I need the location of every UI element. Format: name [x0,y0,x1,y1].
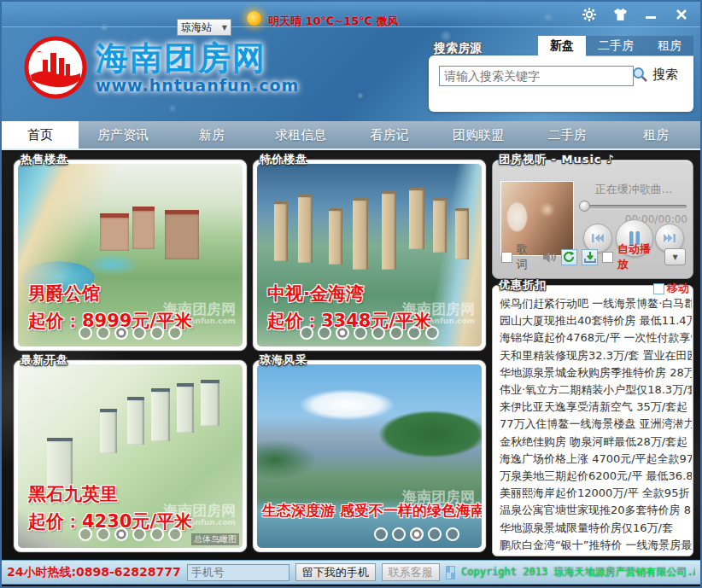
nav-item-secondhand[interactable]: 二手房 [523,121,611,148]
building-shape [127,397,144,445]
nav-item-group-alliance[interactable]: 团购联盟 [434,121,523,148]
deal-item[interactable]: 温泉公寓官塘世家现推20多套特价房 8700元 [500,502,692,519]
deals-scroll-toggle: 移动 [653,281,689,296]
close-icon[interactable] [673,7,690,22]
messenger-icon[interactable] [446,566,455,579]
contact-service-button[interactable]: 联系客服 [382,563,440,581]
carousel-dot[interactable] [389,326,403,340]
volume-icon[interactable] [542,251,557,264]
tab-rent[interactable]: 租房 [646,36,693,56]
carousel-dot[interactable] [79,527,92,541]
carousel-dot[interactable] [407,326,421,340]
site-logo[interactable]: 海南团房网 www.hntuanfun.com [24,36,299,99]
deal-item[interactable]: 华地源泉景城金秋购房季推特价房 28万/套 [500,364,692,381]
search-icon [631,66,648,83]
carousel-dot[interactable] [354,326,367,340]
nav-item-newhouse[interactable]: 新房 [167,121,256,148]
lyrics-label: 歌词 [517,242,538,272]
deal-item[interactable]: 海锦华庭起价4768元/平 一次性付款享96折 [500,329,692,346]
property-image-special[interactable]: 中视·金海湾 起价：3348元/平米 海南团房网 www.hntuanfun.c… [257,164,482,346]
deal-item[interactable]: 万泉美地三期起价6200元/平 最低36.8万/套 [500,468,692,485]
nav-item-news[interactable]: 房产资讯 [79,121,167,148]
carousel-dot[interactable] [168,527,182,541]
chevron-down-icon: ▼ [222,24,227,32]
tab-secondhand[interactable]: 二手房 [586,36,646,56]
carousel-dot[interactable] [97,527,110,541]
tab-new-listings[interactable]: 新盘 [538,36,586,56]
search-input[interactable] [439,66,634,86]
card-special-price[interactable]: 特价楼盘 中视·金海湾 起价：3348元/平米 海南团房网 www.hntuan… [253,160,486,351]
leave-phone-button[interactable]: 留下我的手机 [295,563,376,581]
carousel-dot[interactable] [79,326,92,340]
nav-item-viewing-log[interactable]: 看房记 [345,121,434,148]
deal-item[interactable]: 美丽熙海岸起价12000万/平 全款95折 [500,485,692,502]
carousel-dots [257,326,482,340]
minimize-icon[interactable] [642,7,659,22]
building-shape [274,201,288,261]
search-panel: 搜索 [429,55,693,112]
seek-slider-thumb[interactable] [579,201,590,212]
window-bottom-edge [2,585,700,588]
carousel-dot[interactable] [150,326,164,340]
deal-item[interactable]: 伟业·氧立方二期精装小户型仅18.3万/套 [500,381,692,399]
nav-item-home[interactable]: 首页 [2,121,79,148]
scenery-image[interactable]: 生态深度游 感受不一样的绿色海南 海南团房网 www.hntuanfun.com [257,364,482,548]
building-shape [100,213,129,251]
scenery-caption: 生态深度游 感受不一样的绿色海南 [262,501,480,521]
deal-item[interactable]: 海逸广场价格上涨 4700元/平起全款97折 [500,451,692,468]
deal-item[interactable]: 77万入住博鳌一线海景楼盘 亚洲湾潜力无限 [500,416,692,433]
building-shape [298,195,313,263]
carousel-dot[interactable] [374,527,388,541]
nav-item-rent-info[interactable]: 求租信息 [256,121,345,148]
carousel-dot-active[interactable] [114,326,128,340]
deal-item[interactable]: 来伊比亚天逸享受清新空气 35万/套起 [500,399,692,416]
refresh-icon[interactable] [561,249,577,265]
card-scenery[interactable]: 琼海风采 生态深度游 感受不一样的绿色海南 海南团房网 www.hntuanfu… [253,360,486,552]
download-icon[interactable] [582,249,598,265]
property-image-hot[interactable]: 男爵公馆 起价：8999元/平米 海南团房网 www.hntuanfun.com [18,164,243,346]
deal-item[interactable]: 园山大厦现推出40套特价房 最低11.4万/套 [500,312,692,329]
building-shape [329,208,342,265]
logo-text: 海南团房网 www.hntuanfun.com [96,40,299,95]
carousel-dot[interactable] [150,527,164,541]
carousel-dot[interactable] [318,326,331,340]
carousel-dot-active[interactable] [114,527,128,541]
sun-icon [247,11,261,26]
search-button[interactable]: 搜索 [631,66,678,83]
nav-item-rent[interactable]: 租房 [611,121,700,148]
building-shape [409,188,424,249]
deal-item[interactable]: 候鸟们赶紧行动吧 一线海景博鳌·白马郡 [500,295,692,312]
station-dropdown[interactable]: 琼海站 ▼ [177,19,231,36]
deal-item[interactable]: 华地源泉景城限量特价房仅16万/套 [500,520,692,537]
carousel-dot[interactable] [97,326,110,340]
carousel-dot[interactable] [168,326,182,340]
building-shape [100,409,117,453]
scroll-checkbox[interactable] [653,283,664,294]
phone-input[interactable] [187,564,290,581]
seek-slider[interactable] [581,205,687,208]
settings-gear-icon[interactable] [581,7,598,22]
player-more-dropdown[interactable]: ▼ [664,248,686,265]
carousel-dot[interactable] [132,527,146,541]
carousel-dot[interactable] [132,326,146,340]
skin-shirt-icon[interactable] [611,7,629,22]
card-newest-opening[interactable]: 最新开盘 黑石九英里 起价：4230元/平米 海南团房网 www.hntuanf… [14,360,247,552]
carousel-dot-active[interactable] [410,527,424,541]
carousel-dot[interactable] [446,527,459,541]
carousel-dot[interactable] [371,326,385,340]
carousel-dot[interactable] [425,326,439,340]
deal-item[interactable]: 鹏欣白金湾“银十”推特价 一线海景房最低 [500,537,692,552]
autoplay-checkbox[interactable] [602,252,613,263]
building-shape [177,383,194,433]
building-shape [47,438,73,487]
carousel-dot[interactable] [428,527,442,541]
card-hot-sale[interactable]: 热售楼盘 男爵公馆 起价：8999元/平米 海南团房网 www.hntuanfu… [14,160,247,351]
property-image-newest[interactable]: 黑石九英里 起价：4230元/平米 海南团房网 www.hntuanfun.co… [18,364,243,548]
deal-item[interactable]: 天和里精装修现房32.3万/套 置业在田园城 [500,347,692,364]
carousel-dot[interactable] [392,527,406,541]
deal-item[interactable]: 金秋绝佳购房 吻泉河畔最低28万/套起 [500,434,692,451]
carousel-dot[interactable] [300,326,313,340]
carousel-dot-active[interactable] [336,326,349,340]
deals-title: 优惠折扣 [499,277,547,293]
lyrics-checkbox[interactable] [501,252,512,263]
